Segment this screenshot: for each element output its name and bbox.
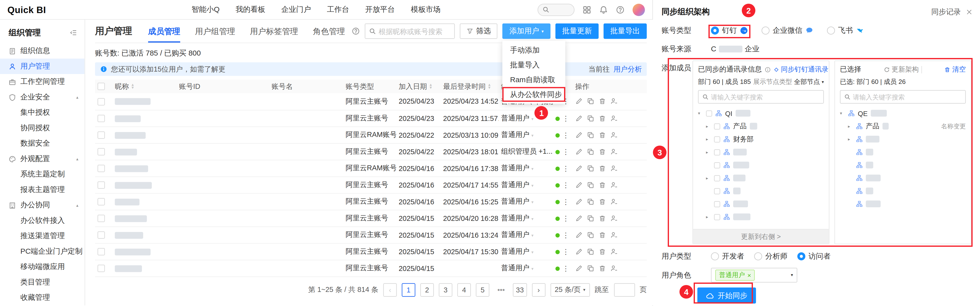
- tree-expand-icon[interactable]: ▸: [706, 176, 711, 181]
- more-icon[interactable]: ⋮: [562, 198, 570, 205]
- sidebar-item-workspace-management[interactable]: 工作空间管理: [0, 74, 85, 90]
- copy-icon[interactable]: [587, 231, 594, 238]
- tree-checkbox[interactable]: [706, 110, 712, 116]
- nav-item-smart-q[interactable]: 智能小Q: [192, 5, 220, 15]
- remove-user-icon[interactable]: [611, 114, 618, 122]
- tree-node[interactable]: [698, 159, 824, 172]
- copy-icon[interactable]: [587, 198, 594, 205]
- nav-item-workbench[interactable]: 工作台: [327, 5, 349, 15]
- edit-icon[interactable]: [575, 198, 582, 205]
- help-circle-icon[interactable]: [352, 27, 360, 35]
- row-checkbox[interactable]: [97, 248, 105, 255]
- tree-expand-icon[interactable]: ▸: [706, 137, 711, 142]
- edit-icon[interactable]: [575, 114, 582, 122]
- delete-icon[interactable]: [599, 231, 606, 238]
- tree-checkbox[interactable]: [714, 149, 720, 155]
- tree-node[interactable]: [840, 159, 966, 172]
- sort-icon[interactable]: ▲▼: [131, 84, 135, 90]
- more-icon[interactable]: ⋮: [562, 231, 570, 238]
- sidebar-item-office-software-access[interactable]: 办公软件接入: [0, 213, 85, 228]
- page-button-5[interactable]: 5: [476, 283, 490, 296]
- tree-node[interactable]: ▸: [840, 133, 966, 146]
- sidebar-item-collab-auth[interactable]: 协同授权: [0, 120, 85, 136]
- radio-visitor[interactable]: 访问者: [797, 251, 830, 261]
- tree-expand-icon[interactable]: ▸: [706, 149, 711, 154]
- edit-icon[interactable]: [575, 264, 582, 272]
- sort-icon[interactable]: ▲▼: [429, 84, 433, 90]
- copy-icon[interactable]: [587, 264, 594, 272]
- sidebar-item-mobile-microapp[interactable]: 移动端微应用: [0, 259, 85, 275]
- tree-node-root[interactable]: ▾QI: [698, 107, 824, 120]
- tab-user-group-management[interactable]: 用户组管理: [195, 20, 235, 43]
- tree-checkbox[interactable]: [714, 162, 720, 168]
- row-checkbox[interactable]: [97, 165, 105, 172]
- delete-icon[interactable]: [599, 131, 606, 138]
- row-checkbox[interactable]: [97, 198, 105, 205]
- copy-icon[interactable]: [587, 98, 594, 105]
- copy-icon[interactable]: [587, 148, 594, 155]
- sidebar-item-push-channel[interactable]: 推送渠道管理: [0, 228, 85, 244]
- batch-export-button[interactable]: 批量导出: [603, 24, 647, 39]
- tree-checkbox[interactable]: [714, 188, 720, 194]
- help-icon[interactable]: [616, 5, 625, 14]
- quickbi-logo[interactable]: Quick BI: [7, 5, 46, 15]
- delete-icon[interactable]: [599, 181, 606, 189]
- edit-icon[interactable]: [575, 214, 582, 222]
- collapse-sidebar-icon[interactable]: [70, 29, 77, 36]
- remove-user-icon[interactable]: [611, 164, 618, 172]
- page-button-1[interactable]: 1: [402, 283, 415, 296]
- delete-icon[interactable]: [599, 214, 606, 222]
- add-user-button[interactable]: 添加用户▾: [503, 24, 550, 39]
- row-checkbox[interactable]: [97, 181, 105, 189]
- remove-user-icon[interactable]: [611, 181, 618, 189]
- tree-expand-icon[interactable]: ▸: [706, 214, 711, 219]
- batch-update-button[interactable]: 批量更新: [555, 24, 599, 39]
- next-page-button[interactable]: ›: [532, 283, 545, 296]
- copy-icon[interactable]: [587, 164, 594, 172]
- select-all-checkbox[interactable]: [97, 83, 105, 90]
- more-icon[interactable]: ⋮: [562, 131, 570, 138]
- start-sync-button[interactable]: 开始同步: [697, 287, 756, 304]
- node-type-select[interactable]: 展示节点类型全部节点▾: [753, 78, 824, 86]
- tab-role-management[interactable]: 角色管理: [313, 20, 345, 43]
- delete-icon[interactable]: [599, 164, 606, 172]
- edit-icon[interactable]: [575, 148, 582, 155]
- delete-icon[interactable]: [599, 98, 606, 105]
- page-button-33[interactable]: 33: [513, 283, 527, 296]
- page-button-2[interactable]: 2: [420, 283, 434, 296]
- tree-node[interactable]: [840, 185, 966, 198]
- sidebar-item-user-management[interactable]: 用户管理: [0, 59, 85, 74]
- global-search[interactable]: [538, 3, 575, 16]
- sidebar-item-category-management[interactable]: 类目管理: [0, 275, 85, 290]
- tree-checkbox[interactable]: [714, 201, 720, 207]
- copy-icon[interactable]: [587, 248, 594, 255]
- remove-user-icon[interactable]: [611, 148, 618, 155]
- sync-record-icon[interactable]: [919, 8, 926, 16]
- more-icon[interactable]: ⋮: [562, 214, 570, 222]
- move-to-right-button[interactable]: 更新到右侧 >: [693, 229, 829, 244]
- sidebar-group-office-collab[interactable]: 办公协同▴: [0, 197, 85, 213]
- notifications-bell-icon[interactable]: [599, 5, 608, 14]
- sidebar-item-favorites-management[interactable]: 收藏管理: [0, 290, 85, 306]
- tree-checkbox[interactable]: [714, 175, 720, 181]
- tree-node[interactable]: ▸财务部: [698, 133, 824, 146]
- sidebar-group-enterprise-security[interactable]: 企业安全▴: [0, 90, 85, 105]
- copy-icon[interactable]: [587, 181, 594, 189]
- tree-checkbox[interactable]: [714, 214, 720, 220]
- nav-item-my-dashboard[interactable]: 我的看板: [235, 5, 265, 15]
- clear-selected-link[interactable]: 清空: [944, 65, 966, 74]
- remove-user-icon[interactable]: [611, 214, 618, 222]
- row-checkbox[interactable]: [97, 115, 105, 122]
- user-analysis-link[interactable]: 用户分析: [613, 64, 642, 74]
- jump-page-input[interactable]: [614, 283, 635, 296]
- tree-checkbox[interactable]: [714, 136, 720, 142]
- selected-search-input[interactable]: [853, 93, 961, 101]
- sidebar-item-data-security[interactable]: 数据安全: [0, 136, 85, 151]
- refresh-structure-link[interactable]: 更新架构: [883, 65, 919, 74]
- remove-user-icon[interactable]: [611, 198, 618, 205]
- source-search-input[interactable]: [711, 93, 819, 101]
- sidebar-item-system-theme[interactable]: 系统主题定制: [0, 166, 85, 182]
- delete-icon[interactable]: [599, 114, 606, 122]
- radio-feishu[interactable]: 飞书: [827, 25, 864, 35]
- sidebar-item-pc-portal-custom[interactable]: PC端企业门户定制: [0, 244, 85, 259]
